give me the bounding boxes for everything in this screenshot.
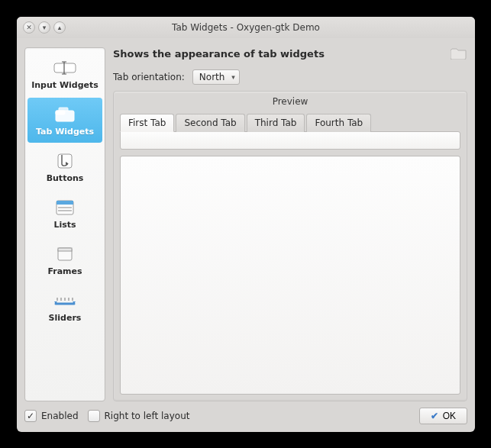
preview-label: Preview [120, 92, 460, 113]
svg-rect-13 [58, 248, 72, 251]
sidebar-item-tab-widgets[interactable]: Tab Widgets [27, 98, 102, 143]
orientation-combo[interactable]: North ▾ [192, 69, 240, 85]
page-title: Shows the appearance of tab widgets [113, 48, 325, 60]
checkbox-box [88, 410, 100, 422]
sidebar-item-frames[interactable]: Frames [27, 237, 102, 282]
tab-fourth[interactable]: Fourth Tab [306, 114, 371, 132]
maximize-window-button[interactable]: ▴ [53, 21, 66, 34]
svg-rect-6 [56, 111, 65, 114]
folder-icon [451, 46, 467, 62]
content-area: Input Widgets Tab Widgets [17, 38, 475, 432]
main-pane: Shows the appearance of tab widgets Tab … [113, 44, 467, 401]
preview-panel: Preview First Tab Second Tab Third Tab F… [113, 91, 467, 401]
tab-bar: First Tab Second Tab Third Tab Fourth Ta… [120, 113, 460, 131]
orientation-value: North [199, 72, 225, 82]
rtl-checkbox[interactable]: Right to left layout [88, 410, 190, 422]
tab-content-area [120, 156, 460, 395]
svg-rect-9 [57, 201, 73, 205]
ok-check-icon: ✔ [431, 411, 438, 421]
sidebar-item-label: Lists [53, 220, 76, 230]
chevron-down-icon: ▾ [231, 73, 235, 81]
app-window: ✕ ▾ ▴ Tab Widgets - Oxygen-gtk Demo Inpu [17, 17, 475, 432]
sidebar-item-label: Tab Widgets [36, 127, 94, 137]
tab-second[interactable]: Second Tab [176, 114, 244, 132]
sidebar-item-label: Buttons [47, 173, 84, 183]
sidebar-item-label: Frames [47, 266, 82, 276]
sidebar-item-lists[interactable]: Lists [27, 191, 102, 236]
tab-third[interactable]: Third Tab [247, 114, 305, 132]
sidebar-item-input-widgets[interactable]: Input Widgets [27, 51, 102, 96]
sidebar-item-label: Input Widgets [31, 80, 99, 90]
footer: Enabled Right to left layout ✔ OK [24, 401, 467, 424]
window-title: Tab Widgets - Oxygen-gtk Demo [17, 22, 475, 33]
minimize-window-button[interactable]: ▾ [38, 21, 50, 34]
frames-icon [53, 245, 77, 263]
tab-first[interactable]: First Tab [120, 114, 174, 132]
sidebar-item-buttons[interactable]: Buttons [27, 144, 102, 189]
ok-label: OK [443, 411, 456, 421]
sidebar: Input Widgets Tab Widgets [24, 47, 105, 401]
rtl-label: Right to left layout [105, 411, 190, 421]
buttons-icon [53, 152, 77, 170]
ok-button[interactable]: ✔ OK [419, 408, 467, 424]
orientation-label: Tab orientation: [113, 72, 185, 82]
enabled-label: Enabled [41, 411, 79, 421]
input-widgets-icon [53, 59, 77, 77]
lists-icon [53, 198, 77, 217]
sidebar-item-label: Sliders [49, 313, 82, 323]
svg-rect-0 [54, 63, 76, 73]
sliders-icon [53, 292, 77, 310]
close-window-button[interactable]: ✕ [23, 21, 35, 34]
checkbox-box [24, 410, 37, 422]
tab-page-strip [120, 131, 460, 150]
tab-widgets-icon [53, 105, 77, 124]
titlebar: ✕ ▾ ▴ Tab Widgets - Oxygen-gtk Demo [17, 17, 475, 38]
sidebar-item-sliders[interactable]: Sliders [27, 284, 102, 329]
enabled-checkbox[interactable]: Enabled [24, 410, 79, 422]
